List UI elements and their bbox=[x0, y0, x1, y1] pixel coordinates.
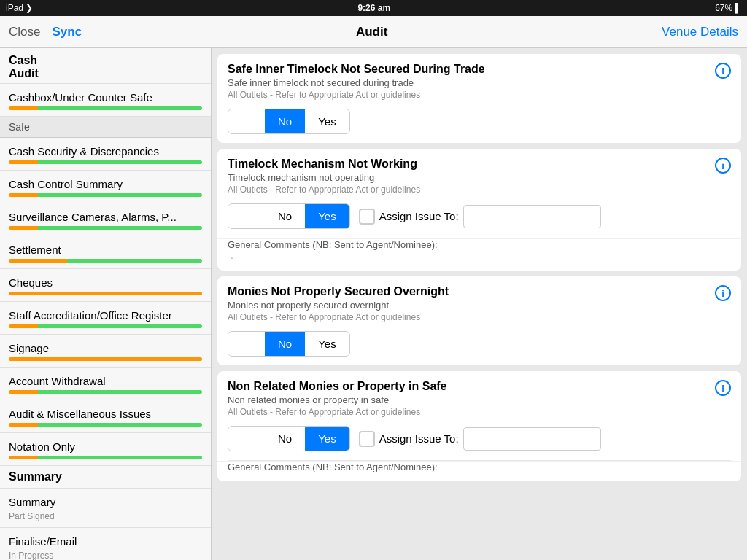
toggle-group-2: No Yes bbox=[228, 203, 350, 229]
yes-btn-3[interactable]: Yes bbox=[305, 332, 349, 356]
venue-details-button[interactable]: Venue Details bbox=[662, 25, 738, 39]
cash-control-progress bbox=[9, 193, 202, 197]
yes-btn-4[interactable]: Yes bbox=[305, 427, 349, 451]
comments-label-4: General Comments (NB: Sent to Agent/Nomi… bbox=[228, 462, 731, 472]
blank-btn-3[interactable] bbox=[228, 332, 265, 356]
summary-sub-label: Part Signed bbox=[9, 511, 202, 521]
question-controls-4: No Yes Assign Issue To: bbox=[217, 421, 741, 460]
question-title-4: Non Related Monies or Property in Safe bbox=[228, 380, 709, 393]
question-controls-2: No Yes Assign Issue To: bbox=[217, 199, 741, 238]
question-title-3: Monies Not Properly Secured Overnight bbox=[228, 285, 709, 298]
question-outlets-3: All Outlets - Refer to Appropriate Act o… bbox=[228, 312, 709, 322]
status-bar-time: 9:26 am bbox=[357, 3, 390, 13]
signage-label: Signage bbox=[9, 342, 202, 354]
info-icon-4[interactable]: i bbox=[715, 380, 731, 396]
assign-label-4: Assign Issue To: bbox=[379, 432, 459, 445]
content-area: Safe Inner Timelock Not Secured During T… bbox=[212, 48, 747, 560]
question-header-3: Monies Not Properly Secured Overnight Mo… bbox=[217, 276, 741, 327]
cheques-progress bbox=[9, 292, 202, 295]
sidebar-item-notation-only[interactable]: Notation Only bbox=[0, 433, 211, 466]
question-header-4: Non Related Monies or Property in Safe N… bbox=[217, 371, 741, 421]
blank-btn-2[interactable] bbox=[228, 204, 265, 228]
sidebar-item-finalise[interactable]: Finalise/Email In Progress bbox=[0, 528, 211, 560]
cashbox-label: Cashbox/Under Counter Safe bbox=[9, 91, 202, 104]
yes-btn-2[interactable]: Yes bbox=[305, 204, 349, 228]
question-outlets-4: All Outlets - Refer to Appropriate Act o… bbox=[228, 407, 709, 417]
assign-row-4: Assign Issue To: bbox=[359, 427, 601, 451]
question-header-text-2: Timelock Mechanism Not Working Timelock … bbox=[228, 158, 709, 195]
toggle-group-1: No Yes bbox=[228, 109, 350, 134]
cash-audit-label: Cash Audit bbox=[9, 54, 39, 79]
toggle-group-4: No Yes bbox=[228, 426, 350, 451]
no-btn-4[interactable]: No bbox=[265, 427, 305, 451]
sidebar-item-cash-security[interactable]: Cash Security & Discrepancies bbox=[0, 138, 211, 171]
no-btn-2[interactable]: No bbox=[265, 204, 305, 228]
comments-row-2: General Comments (NB: Sent to Agent/Nomi… bbox=[217, 238, 741, 271]
question-desc-3: Monies not properly secured overnight bbox=[228, 300, 709, 311]
no-btn-1[interactable]: No bbox=[265, 109, 305, 133]
account-withdrawal-progress bbox=[9, 390, 202, 394]
sidebar-item-cash-audit[interactable]: Cash Audit bbox=[0, 48, 211, 84]
account-withdrawal-label: Account Withdrawal bbox=[9, 375, 202, 387]
info-icon-3[interactable]: i bbox=[715, 285, 731, 301]
surveillance-progress bbox=[9, 226, 202, 230]
sidebar-item-settlement[interactable]: Settlement bbox=[0, 236, 211, 269]
signage-progress bbox=[9, 357, 202, 361]
question-card-4: Non Related Monies or Property in Safe N… bbox=[217, 371, 741, 481]
question-controls-3: No Yes bbox=[217, 327, 741, 365]
cashbox-progress bbox=[9, 106, 202, 110]
question-header-2: Timelock Mechanism Not Working Timelock … bbox=[217, 149, 741, 199]
sidebar-item-audit-misc[interactable]: Audit & Miscellaneous Issues bbox=[0, 400, 211, 433]
status-bar-right: 67% ▌ bbox=[715, 3, 741, 13]
sidebar-item-summary[interactable]: Summary bbox=[0, 466, 211, 489]
blank-btn-1[interactable] bbox=[228, 109, 265, 133]
assign-input-2[interactable] bbox=[463, 205, 601, 228]
question-header-text-4: Non Related Monies or Property in Safe N… bbox=[228, 380, 709, 417]
sidebar-item-account-withdrawal[interactable]: Account Withdrawal bbox=[0, 368, 211, 400]
staff-accreditation-label: Staff Accreditation/Office Register bbox=[9, 309, 202, 322]
cash-security-progress bbox=[9, 160, 202, 164]
settlement-progress bbox=[9, 259, 202, 262]
question-controls-1: No Yes bbox=[217, 104, 741, 143]
question-header-text-1: Safe Inner Timelock Not Secured During T… bbox=[228, 63, 709, 100]
toggle-group-3: No Yes bbox=[228, 331, 350, 357]
status-bar-left: iPad ❯ bbox=[6, 3, 33, 13]
sidebar-item-cashbox[interactable]: Cashbox/Under Counter Safe bbox=[0, 84, 211, 117]
sidebar-item-cash-control[interactable]: Cash Control Summary bbox=[0, 171, 211, 203]
question-title-1: Safe Inner Timelock Not Secured During T… bbox=[228, 63, 709, 76]
question-header-text-3: Monies Not Properly Secured Overnight Mo… bbox=[228, 285, 709, 322]
yes-btn-1[interactable]: Yes bbox=[305, 109, 349, 133]
comments-dot-2: · bbox=[228, 252, 731, 263]
no-btn-3[interactable]: No bbox=[265, 332, 305, 356]
question-card-3: Monies Not Properly Secured Overnight Mo… bbox=[217, 276, 741, 365]
notation-only-progress bbox=[9, 456, 202, 459]
sync-button[interactable]: Sync bbox=[52, 25, 82, 39]
info-icon-1[interactable]: i bbox=[715, 63, 731, 79]
assign-input-4[interactable] bbox=[463, 427, 601, 451]
assign-checkbox-4[interactable] bbox=[359, 431, 375, 447]
sidebar-item-summary-signed[interactable]: Summary Part Signed bbox=[0, 489, 211, 528]
sidebar: Cash Audit Cashbox/Under Counter Safe Sa… bbox=[0, 48, 212, 560]
assign-checkbox-2[interactable] bbox=[359, 209, 375, 225]
sidebar-item-surveillance[interactable]: Surveillance Cameras, Alarms, P... bbox=[0, 203, 211, 236]
finalise-label: Finalise/Email bbox=[9, 535, 202, 548]
notation-only-label: Notation Only bbox=[9, 440, 202, 453]
question-outlets-1: All Outlets - Refer to Appropriate Act o… bbox=[228, 90, 709, 100]
safe-section-header: Safe bbox=[0, 117, 211, 138]
sidebar-item-staff-accreditation[interactable]: Staff Accreditation/Office Register bbox=[0, 302, 211, 335]
cash-control-label: Cash Control Summary bbox=[9, 178, 202, 190]
surveillance-label: Surveillance Cameras, Alarms, P... bbox=[9, 211, 202, 223]
blank-btn-4[interactable] bbox=[228, 427, 265, 451]
close-button[interactable]: Close bbox=[9, 25, 40, 39]
question-outlets-2: All Outlets - Refer to Appropriate Act o… bbox=[228, 184, 709, 195]
question-title-2: Timelock Mechanism Not Working bbox=[228, 158, 709, 171]
info-icon-2[interactable]: i bbox=[715, 158, 731, 174]
settlement-label: Settlement bbox=[9, 244, 202, 256]
sidebar-item-signage[interactable]: Signage bbox=[0, 335, 211, 368]
finalise-sub: In Progress bbox=[9, 551, 202, 560]
question-header-1: Safe Inner Timelock Not Secured During T… bbox=[217, 54, 741, 104]
staff-accreditation-progress bbox=[9, 324, 202, 328]
sidebar-item-cheques[interactable]: Cheques bbox=[0, 269, 211, 302]
question-card-1: Safe Inner Timelock Not Secured During T… bbox=[217, 54, 741, 143]
question-desc-4: Non related monies or property in safe bbox=[228, 394, 709, 405]
